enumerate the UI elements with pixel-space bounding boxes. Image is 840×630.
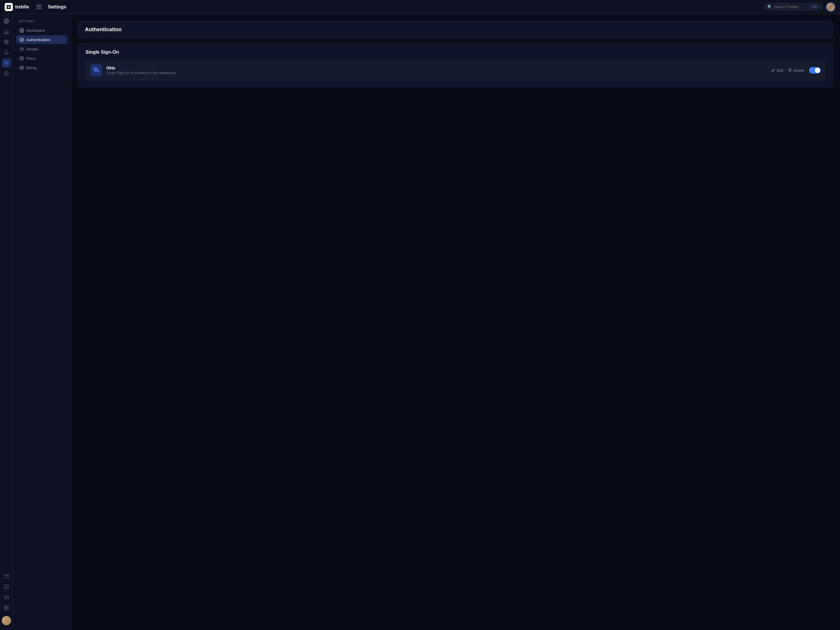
svg-rect-22 <box>20 28 24 32</box>
svg-point-27 <box>20 38 23 41</box>
search-box[interactable]: 🔍 ⌘K <box>764 3 823 11</box>
sso-item-description: Single Sign-On is enabled for this works… <box>106 71 767 75</box>
topbar-right: 🔍 ⌘K <box>764 2 835 12</box>
page-header-title: Authentication <box>85 27 122 32</box>
svg-rect-14 <box>5 585 8 589</box>
page-title: Settings <box>48 5 66 9</box>
svg-rect-2 <box>36 7 42 7</box>
svg-rect-15 <box>5 596 8 599</box>
key-icon <box>93 67 99 74</box>
svg-rect-41 <box>99 71 99 72</box>
plans-icon <box>19 56 24 61</box>
svg-point-28 <box>21 47 22 49</box>
authentication-icon <box>19 37 24 42</box>
svg-rect-23 <box>21 30 22 30</box>
sso-edit-button[interactable]: Edit <box>771 68 783 73</box>
svg-rect-18 <box>5 606 6 608</box>
icon-nav <box>0 14 13 630</box>
svg-rect-25 <box>21 31 22 32</box>
user-avatar-nav[interactable] <box>2 616 11 625</box>
sso-okta-icon-bg <box>90 65 102 76</box>
sidebar-item-authentication[interactable]: Authentication <box>16 35 67 44</box>
main-layout: SETTINGS Workspace Authenticat <box>0 14 840 630</box>
svg-rect-34 <box>20 66 23 69</box>
settings-sidebar: SETTINGS Workspace Authenticat <box>13 14 71 630</box>
sidebar-item-workspace-label: Workspace <box>26 28 45 33</box>
search-input[interactable] <box>774 5 809 9</box>
svg-rect-3 <box>36 8 42 9</box>
svg-rect-26 <box>22 31 23 32</box>
icon-nav-card3[interactable] <box>2 593 11 602</box>
icon-nav-card1[interactable] <box>2 572 11 581</box>
icon-nav-add[interactable] <box>2 69 11 78</box>
sidebar-item-billing-label: Billing <box>26 66 36 70</box>
svg-rect-24 <box>22 30 23 30</box>
svg-point-10 <box>6 62 7 64</box>
svg-rect-21 <box>7 608 8 610</box>
icon-nav-card2[interactable] <box>2 582 11 592</box>
treblle-logo-icon <box>5 3 13 11</box>
edit-icon <box>771 68 775 72</box>
sso-item-name: Okta <box>106 66 767 70</box>
settings-section-label: SETTINGS <box>16 20 67 23</box>
sidebar-item-people-label: People <box>26 47 38 51</box>
edit-label: Edit <box>777 68 783 73</box>
search-icon: 🔍 <box>767 5 772 9</box>
page-header-card: Authentication <box>78 21 833 38</box>
sso-actions: Edit Delete <box>771 67 821 74</box>
sidebar-item-billing[interactable]: Billing <box>16 63 67 72</box>
trash-icon <box>788 68 792 72</box>
icon-nav-bell[interactable] <box>2 48 11 57</box>
svg-rect-30 <box>20 57 23 60</box>
sidebar-item-plans[interactable]: Plans <box>16 54 67 63</box>
sidebar-item-authentication-label: Authentication <box>26 38 50 42</box>
sso-section-card: Single Sign-On Okta Single Sign-On is en… <box>78 43 833 87</box>
sidebar-item-people[interactable]: People <box>16 45 67 54</box>
delete-label: Delete <box>793 68 804 73</box>
svg-point-38 <box>95 69 96 70</box>
icon-nav-home[interactable] <box>2 27 11 36</box>
sidebar-item-plans-label: Plans <box>26 56 36 61</box>
svg-rect-20 <box>5 608 6 610</box>
sso-item-okta: Okta Single Sign-On is enabled for this … <box>85 60 826 81</box>
billing-icon <box>19 65 24 70</box>
svg-rect-40 <box>98 72 98 73</box>
sso-delete-button[interactable]: Delete <box>788 68 804 73</box>
svg-rect-36 <box>21 68 21 69</box>
user-avatar-top[interactable] <box>826 2 835 12</box>
people-icon <box>19 47 24 51</box>
avatar-image <box>827 3 835 11</box>
search-shortcut: ⌘K <box>810 5 819 9</box>
sso-section-title: Single Sign-On <box>85 50 826 55</box>
icon-nav-globe[interactable] <box>2 37 11 47</box>
icon-nav-team[interactable] <box>2 16 11 26</box>
svg-rect-1 <box>36 5 42 6</box>
sso-item-details: Okta Single Sign-On is enabled for this … <box>106 66 767 75</box>
icon-nav-settings[interactable] <box>2 58 11 68</box>
logo-area: treblle <box>5 3 29 11</box>
workspace-icon <box>19 28 24 33</box>
app-name: treblle <box>15 5 29 9</box>
content-area: Authentication Single Sign-On Okta <box>71 14 840 630</box>
svg-rect-19 <box>7 606 8 608</box>
icon-nav-card4[interactable] <box>2 603 11 613</box>
topbar: treblle Settings 🔍 ⌘K <box>0 0 840 14</box>
svg-point-5 <box>6 20 7 21</box>
svg-point-29 <box>22 47 23 49</box>
svg-rect-12 <box>5 575 8 578</box>
sidebar-item-workspace[interactable]: Workspace <box>16 26 67 35</box>
svg-rect-6 <box>6 32 7 33</box>
sso-toggle[interactable] <box>809 67 821 74</box>
sidebar-toggle-button[interactable] <box>35 3 43 11</box>
